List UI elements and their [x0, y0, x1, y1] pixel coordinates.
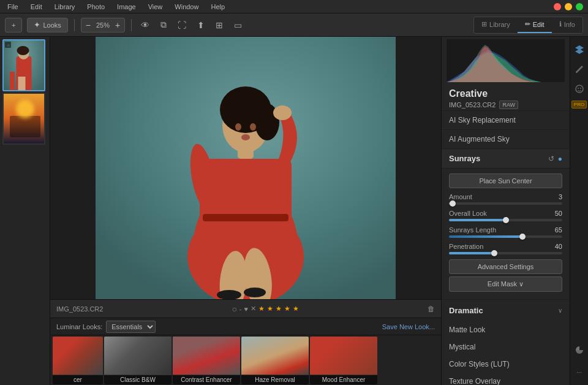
svg-point-10: [250, 123, 256, 131]
menubar-photo[interactable]: Photo: [85, 2, 107, 12]
film-thumb-4: [310, 337, 377, 375]
star-1[interactable]: ★: [258, 305, 265, 313]
color-styles-item[interactable]: Color Styles (LUT): [442, 356, 570, 373]
film-label-0: cer: [53, 375, 103, 384]
circle-rating-icon[interactable]: ○: [232, 304, 236, 314]
film-item-2[interactable]: Contrast Enhancer: [173, 337, 240, 384]
history-icon-btn[interactable]: [571, 342, 587, 358]
heart-icon[interactable]: ♥: [244, 305, 249, 313]
close-btn[interactable]: [554, 3, 561, 10]
sunrays-length-header: Sunrays Length 65: [449, 226, 562, 234]
mystical-item[interactable]: Mystical: [442, 338, 570, 356]
ai-augmented-label: AI Augmented Sky: [449, 135, 510, 143]
svg-point-9: [235, 123, 241, 131]
penetration-header: Penetration 40: [449, 243, 562, 250]
penetration-slider[interactable]: [449, 252, 562, 254]
film-item-4[interactable]: Mood Enhancer: [310, 337, 377, 384]
texture-overlay-item[interactable]: Texture Overlay: [442, 373, 570, 385]
menubar-help[interactable]: Help: [208, 2, 227, 12]
overall-look-value: 50: [555, 210, 562, 217]
file-name-label: IMG_0523.CR2: [56, 305, 103, 313]
amount-slider[interactable]: [449, 202, 562, 205]
penetration-slider-row: Penetration 40: [442, 240, 570, 257]
film-label-2: Contrast Enhancer: [173, 375, 240, 384]
histogram-svg: [447, 39, 565, 82]
overall-look-fill: [449, 219, 506, 221]
save-look-button[interactable]: Save New Look...: [382, 323, 435, 330]
minimize-btn[interactable]: [565, 3, 572, 10]
menubar-image[interactable]: Image: [115, 2, 138, 12]
ai-sky-replacement-item[interactable]: AI Sky Replacement: [442, 111, 570, 130]
menubar-library[interactable]: Library: [52, 2, 78, 12]
tab-library[interactable]: ⊞ Library: [474, 17, 518, 33]
face-icon-btn[interactable]: [571, 81, 587, 97]
film-item-0[interactable]: cer: [53, 337, 103, 384]
film-thumb-2: [173, 337, 240, 375]
looks-button[interactable]: ✦ Looks: [27, 18, 67, 32]
preview-button[interactable]: 👁: [138, 19, 153, 31]
advanced-settings-button[interactable]: Advanced Settings: [449, 259, 562, 274]
section-title-area: Creative IMG_0523.CR2 RAW: [442, 85, 570, 110]
film-thumb-0: [53, 337, 103, 375]
svg-point-21: [578, 88, 579, 89]
toolbar: + ✦ Looks − 25% + 👁 ⧉ ⛶ ⬆ ⊞ ▭ ⊞ Library …: [0, 13, 588, 37]
star-4[interactable]: ★: [284, 305, 290, 313]
star-5[interactable]: ★: [293, 305, 299, 313]
export-button[interactable]: ⬆: [194, 19, 208, 31]
star-2[interactable]: ★: [267, 305, 273, 313]
svg-rect-3: [200, 159, 292, 251]
zoom-decrease-button[interactable]: −: [84, 21, 92, 29]
overall-look-thumb[interactable]: [503, 217, 509, 223]
dramatic-section-header[interactable]: Dramatic ∨: [442, 299, 570, 321]
sunrays-reset-button[interactable]: ↺: [548, 154, 554, 163]
menubar-edit[interactable]: Edit: [28, 2, 45, 12]
single-button[interactable]: ▭: [231, 19, 245, 31]
sunrays-title: Sunrays: [449, 154, 548, 163]
menubar: File Edit Library Photo Image View Windo…: [0, 0, 588, 13]
menubar-file[interactable]: File: [5, 2, 21, 12]
crop-button[interactable]: ⛶: [175, 19, 189, 31]
amount-value: 3: [559, 193, 562, 200]
filmstrip-header: Luminar Looks: Essentials Save New Look.…: [50, 318, 441, 335]
delete-icon[interactable]: 🗑: [428, 305, 435, 313]
edit-mask-button[interactable]: Edit Mask ∨: [449, 276, 562, 292]
amount-thumb[interactable]: [450, 200, 456, 207]
color-styles-label: Color Styles (LUT): [449, 360, 510, 368]
overall-look-slider[interactable]: [449, 219, 562, 221]
matte-look-item[interactable]: Matte Look: [442, 321, 570, 338]
svg-point-13: [273, 105, 292, 120]
star-3[interactable]: ★: [276, 305, 282, 313]
thumbnail-2[interactable]: [2, 93, 45, 145]
compare-button[interactable]: ⧉: [157, 18, 170, 31]
sunrays-length-slider[interactable]: [449, 235, 562, 238]
maximize-btn[interactable]: [576, 3, 583, 10]
menubar-view[interactable]: View: [146, 2, 165, 12]
right-panel: Creative IMG_0523.CR2 RAW AI Sky Replace…: [441, 37, 588, 385]
dramatic-chevron-icon: ∨: [558, 307, 562, 314]
more-options-icon-btn[interactable]: ···: [571, 364, 587, 380]
add-button[interactable]: +: [5, 18, 22, 32]
film-item-1[interactable]: Classic B&W: [104, 337, 172, 384]
rating-separator: -: [239, 305, 242, 313]
menubar-window[interactable]: Window: [172, 2, 201, 12]
ai-augmented-sky-item[interactable]: AI Augmented Sky: [442, 130, 570, 149]
place-sun-center-button[interactable]: Place Sun Center: [449, 173, 562, 188]
sunrays-toggle-button[interactable]: ●: [558, 154, 562, 163]
x-mark-icon[interactable]: ✕: [251, 305, 256, 313]
thumbnail-list: ☆: [0, 37, 50, 385]
grid-button[interactable]: ⊞: [213, 19, 226, 31]
essentials-select[interactable]: Essentials: [106, 321, 156, 333]
zoom-increase-button[interactable]: +: [113, 21, 122, 29]
right-panel-content: Creative IMG_0523.CR2 RAW AI Sky Replace…: [442, 37, 570, 385]
layers-icon-btn[interactable]: [571, 42, 587, 58]
tab-edit[interactable]: ✏ Edit: [518, 17, 552, 33]
tab-info[interactable]: ℹ Info: [552, 17, 582, 33]
penetration-thumb[interactable]: [491, 250, 497, 256]
film-item-3[interactable]: Haze Removal: [241, 337, 309, 384]
looks-label: Looks: [43, 21, 61, 29]
sunrays-length-thumb[interactable]: [519, 234, 526, 240]
looks-label: Luminar Looks:: [56, 323, 102, 330]
brush-icon-btn[interactable]: [571, 61, 587, 77]
thumbnail-1[interactable]: ☆: [2, 39, 45, 91]
film-label-3: Haze Removal: [241, 375, 309, 384]
